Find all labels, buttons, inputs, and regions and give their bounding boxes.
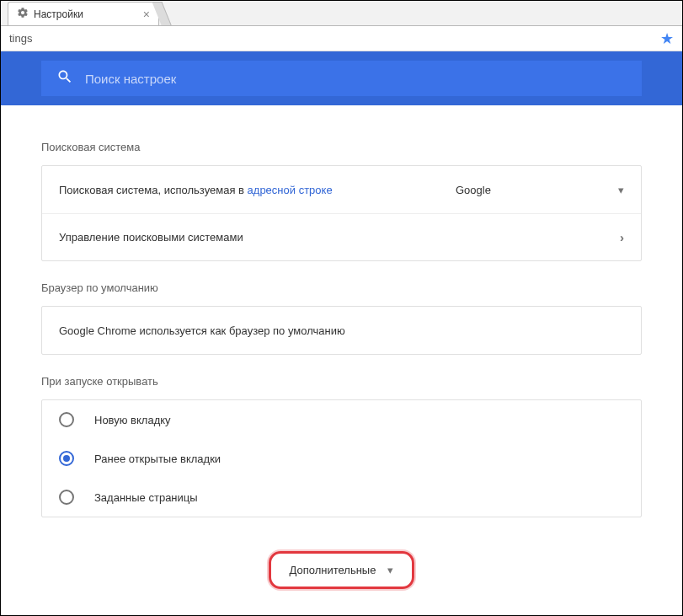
row-manage-search-engines[interactable]: Управление поисковыми системами ›	[42, 213, 641, 260]
gear-icon	[17, 7, 29, 21]
row-text-link: адресной строке	[248, 184, 333, 196]
section-search-engine: Поисковая система Поисковая система, исп…	[41, 141, 642, 261]
bookmark-star-icon[interactable]: ★	[660, 29, 674, 48]
radio-option-new-tab[interactable]: Новую вкладку	[42, 400, 641, 439]
search-engine-select[interactable]: Google ▾	[456, 184, 624, 196]
section-title: Браузер по умолчанию	[41, 281, 642, 294]
select-value: Google	[456, 184, 584, 196]
radio-option-specific-pages[interactable]: Заданные страницы	[42, 478, 641, 517]
row-text-prefix: Поисковая система, используемая в	[59, 184, 248, 196]
search-band	[1, 51, 682, 105]
advanced-button[interactable]: Дополнительные ▾	[269, 551, 415, 589]
radio-icon[interactable]	[59, 490, 74, 505]
status-text: Google Chrome используется как браузер п…	[59, 324, 345, 337]
section-on-startup: При запуске открывать Новую вкладку Ране…	[41, 375, 642, 517]
radio-icon[interactable]	[59, 451, 74, 466]
row-label: Управление поисковыми системами	[59, 231, 620, 244]
chevron-right-icon: ›	[620, 230, 624, 244]
address-bar[interactable]: tings ★	[1, 26, 682, 51]
row-default-search-engine[interactable]: Поисковая система, используемая в адресн…	[42, 166, 641, 213]
chevron-down-icon: ▾	[618, 184, 624, 196]
section-title: Поисковая система	[41, 141, 642, 153]
settings-page: Поисковая система Поисковая система, исп…	[1, 51, 682, 614]
radio-option-continue[interactable]: Ранее открытые вкладки	[42, 439, 641, 478]
section-title: При запуске открывать	[41, 375, 642, 388]
radio-icon[interactable]	[59, 412, 74, 427]
close-icon[interactable]: ×	[143, 8, 150, 21]
address-text: tings	[9, 32, 660, 45]
row-default-browser-status: Google Chrome используется как браузер п…	[42, 307, 641, 354]
search-input[interactable]	[85, 72, 627, 86]
tab-strip: Настройки ×	[1, 1, 682, 26]
advanced-label: Дополнительные	[290, 564, 376, 576]
search-icon	[56, 68, 73, 88]
section-default-browser: Браузер по умолчанию Google Chrome испол…	[41, 281, 642, 355]
tab-settings[interactable]: Настройки ×	[8, 2, 159, 25]
radio-label: Заданные страницы	[94, 491, 198, 504]
radio-label: Новую вкладку	[94, 414, 171, 426]
radio-label: Ранее открытые вкладки	[94, 453, 221, 465]
search-box[interactable]	[41, 61, 642, 96]
chevron-down-icon: ▾	[387, 564, 393, 576]
tab-title: Настройки	[34, 8, 83, 20]
